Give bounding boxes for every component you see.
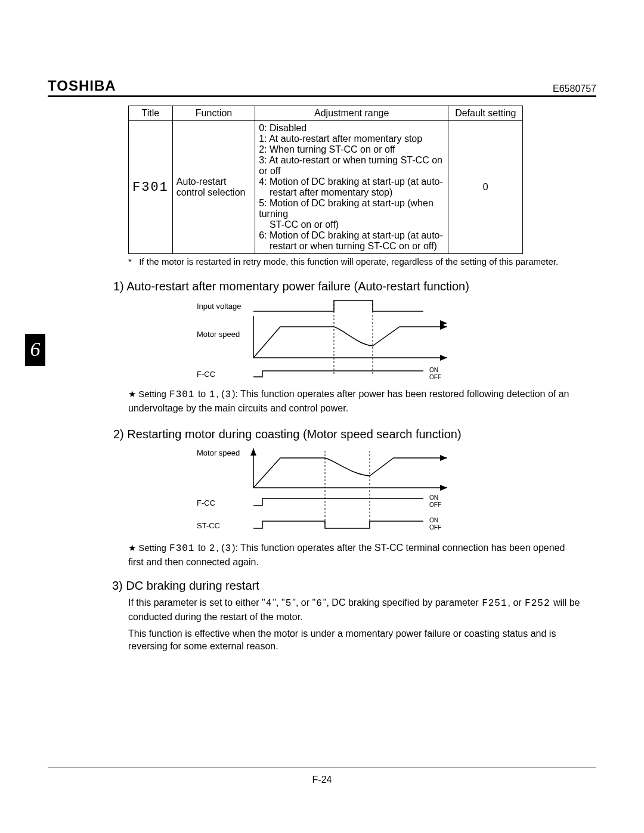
section1-note: ★ Setting F301 to 1, (3): This function … bbox=[128, 388, 581, 414]
txt: ", or " bbox=[292, 597, 315, 608]
section2-heading: 2) Restarting motor during coasting (Mot… bbox=[113, 428, 596, 441]
code-1: 1 bbox=[209, 389, 216, 402]
range-line: 3: At auto-restart or when turning ST-CC… bbox=[259, 155, 444, 176]
footnote-mark: * bbox=[128, 256, 132, 267]
label-off: OFF bbox=[429, 374, 441, 380]
label-on: ON bbox=[429, 367, 438, 373]
cell-title-code: F301 bbox=[129, 121, 173, 254]
th-range: Adjustment range bbox=[255, 106, 448, 121]
range-line: 5: Motion of DC braking at start-up (whe… bbox=[259, 198, 444, 219]
code-3: 3 bbox=[225, 389, 233, 402]
label-off: OFF bbox=[429, 524, 441, 531]
label-fcc: F-CC bbox=[197, 498, 215, 507]
label-motor-speed: Motor speed bbox=[197, 330, 240, 339]
diagram-motor-coasting: Motor speed F-CC ON OFF ST-CC ON OFF bbox=[197, 446, 483, 541]
range-line: 4: Motion of DC braking at start-up (at … bbox=[259, 176, 444, 187]
svg-marker-1 bbox=[440, 355, 447, 361]
star-icon: ★ Setting bbox=[128, 543, 169, 553]
txt: If this parameter is set to either " bbox=[128, 597, 265, 608]
code-4: 4 bbox=[265, 597, 273, 611]
section3-body: If this parameter is set to either "4", … bbox=[128, 596, 581, 652]
txt: , ( bbox=[216, 389, 224, 399]
star-icon: ★ Setting bbox=[128, 389, 169, 399]
parameter-table: Title Function Adjustment range Default … bbox=[128, 106, 523, 254]
svg-marker-11 bbox=[250, 448, 256, 456]
svg-marker-9 bbox=[440, 485, 447, 491]
diagram-auto-restart: Input voltage Motor speed F-CC ON OFF bbox=[197, 298, 483, 388]
txt: to bbox=[195, 543, 208, 553]
code-f301: F301 bbox=[169, 543, 195, 556]
footnote-text: If the motor is restarted in retry mode,… bbox=[139, 256, 558, 267]
svg-marker-12 bbox=[440, 455, 447, 461]
cell-adjustment-range: 0: Disabled 1: At auto-restart after mom… bbox=[255, 121, 448, 254]
txt: This function is effective when the moto… bbox=[128, 628, 556, 652]
cell-default: 0 bbox=[448, 121, 523, 254]
range-line: 6: Motion of DC braking at start-up (at … bbox=[259, 230, 444, 241]
range-line: restart after momentary stop) bbox=[259, 187, 444, 198]
code-f251: F251 bbox=[481, 597, 507, 611]
range-line: 1: At auto-restart after momentary stop bbox=[259, 134, 444, 144]
label-on: ON bbox=[429, 494, 438, 501]
txt: ", DC braking specified by parameter bbox=[323, 597, 481, 608]
chapter-tab: 6 bbox=[25, 334, 45, 366]
table-footnote: * If the motor is restarted in retry mod… bbox=[128, 256, 593, 267]
code-5: 5 bbox=[285, 597, 293, 611]
th-title: Title bbox=[129, 106, 173, 121]
label-stcc: ST-CC bbox=[197, 521, 220, 530]
cell-function: Auto-restart control selection bbox=[172, 121, 255, 254]
txt: , ( bbox=[216, 543, 224, 553]
footer-rule bbox=[48, 767, 596, 767]
page-number: F-24 bbox=[0, 775, 644, 785]
th-function: Function bbox=[172, 106, 255, 121]
label-fcc: F-CC bbox=[197, 370, 215, 379]
label-off: OFF bbox=[429, 501, 441, 508]
table-row: F301 Auto-restart control selection 0: D… bbox=[129, 121, 523, 254]
section2-note: ★ Setting F301 to 2, (3): This function … bbox=[128, 541, 581, 568]
txt: to bbox=[195, 389, 208, 399]
range-line: restart or when turning ST-CC on or off) bbox=[259, 241, 444, 252]
label-motor-speed: Motor speed bbox=[197, 448, 240, 457]
code-f252: F252 bbox=[524, 597, 550, 611]
range-line: 0: Disabled bbox=[259, 123, 444, 134]
document-number: E6580757 bbox=[553, 83, 596, 94]
code-6: 6 bbox=[315, 597, 323, 611]
th-default: Default setting bbox=[448, 106, 523, 121]
code-3: 3 bbox=[225, 543, 233, 556]
txt: ", " bbox=[273, 597, 284, 608]
label-on: ON bbox=[429, 517, 438, 524]
txt: , or bbox=[508, 597, 525, 608]
table-header-row: Title Function Adjustment range Default … bbox=[129, 106, 523, 121]
section1-heading: 1) Auto-restart after momentary power fa… bbox=[113, 280, 596, 293]
range-line: ST-CC on or off) bbox=[259, 219, 444, 230]
code-2: 2 bbox=[209, 543, 216, 556]
page: 6 TOSHIBA E6580757 Title Function Adjust… bbox=[0, 0, 644, 833]
page-header: TOSHIBA E6580757 bbox=[48, 78, 596, 97]
label-input-voltage: Input voltage bbox=[197, 302, 241, 311]
code-f301: F301 bbox=[169, 389, 195, 402]
brand-logo: TOSHIBA bbox=[48, 78, 116, 94]
range-line: 2: When turning ST-CC on or off bbox=[259, 144, 444, 155]
section3-heading: 3) DC braking during restart bbox=[112, 579, 596, 593]
